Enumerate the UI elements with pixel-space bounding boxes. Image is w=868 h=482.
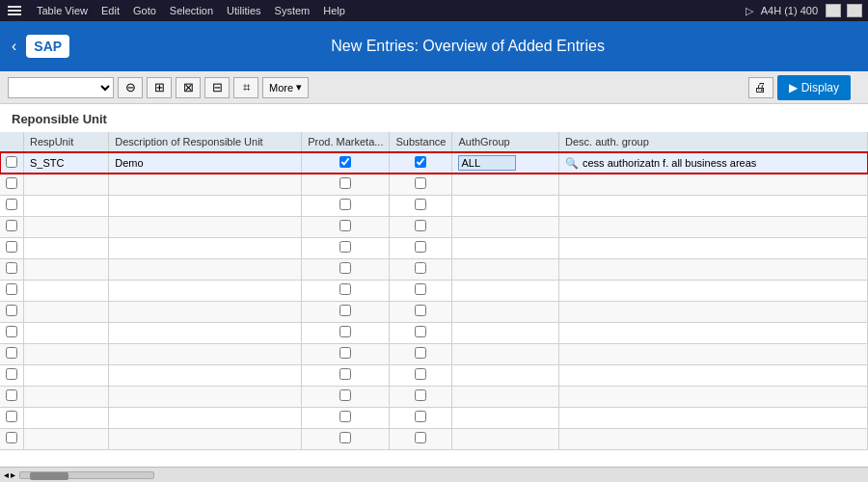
cell-desc-auth-group bbox=[558, 364, 867, 386]
row-checkbox[interactable] bbox=[6, 177, 17, 189]
menu-utilities[interactable]: Utilities bbox=[227, 5, 260, 16]
table-row[interactable] bbox=[0, 428, 868, 449]
toolbar-dropdown[interactable] bbox=[8, 77, 114, 98]
row-checkbox[interactable] bbox=[6, 432, 17, 443]
row-checkbox[interactable] bbox=[6, 220, 17, 231]
menu-table[interactable]: Table View bbox=[37, 5, 88, 16]
cell-resp-unit bbox=[24, 258, 109, 280]
cell-prod-marketa[interactable] bbox=[302, 216, 390, 237]
row-checkbox[interactable] bbox=[6, 305, 17, 316]
print-button[interactable]: 🖨 bbox=[748, 77, 773, 98]
horizontal-scrollbar[interactable] bbox=[19, 471, 154, 479]
table-row[interactable] bbox=[0, 258, 868, 280]
table-row[interactable]: S_STCDemo🔍cess authorizatn f. all busine… bbox=[0, 152, 868, 174]
cell-description bbox=[109, 195, 302, 216]
display-button[interactable]: ▶ Display bbox=[777, 75, 851, 100]
row-checkbox[interactable] bbox=[6, 262, 17, 274]
row-checkbox[interactable] bbox=[6, 347, 17, 359]
cell-resp-unit bbox=[24, 216, 109, 237]
row-checkbox[interactable] bbox=[6, 199, 17, 210]
toolbar: ⊖ ⊞ ⊠ ⊟ ⌗ More ▾ 🖨 ▶ Display bbox=[0, 71, 868, 104]
row-checkbox[interactable] bbox=[6, 156, 17, 168]
cell-substance[interactable] bbox=[390, 195, 452, 216]
menu-selection[interactable]: Selection bbox=[170, 5, 213, 16]
toolbar-filter-btn[interactable]: ⌗ bbox=[233, 77, 258, 98]
row-checkbox[interactable] bbox=[6, 283, 17, 295]
cell-description bbox=[109, 407, 302, 428]
cell-prod-marketa[interactable] bbox=[302, 343, 390, 364]
cell-substance[interactable] bbox=[390, 174, 452, 195]
toolbar-minus-btn[interactable]: ⊖ bbox=[118, 77, 143, 98]
cell-substance[interactable] bbox=[390, 428, 452, 449]
cell-prod-marketa[interactable] bbox=[302, 237, 390, 258]
table-row[interactable] bbox=[0, 237, 868, 258]
hamburger-menu[interactable] bbox=[6, 4, 23, 17]
table-row[interactable] bbox=[0, 280, 868, 301]
server-info: ▷ bbox=[746, 5, 753, 17]
cell-prod-marketa[interactable] bbox=[302, 301, 390, 322]
row-checkbox[interactable] bbox=[6, 241, 17, 253]
cell-prod-marketa[interactable] bbox=[302, 364, 390, 386]
cell-prod-marketa[interactable] bbox=[302, 195, 390, 216]
cell-desc-auth-group: 🔍cess authorizatn f. all business areas bbox=[558, 152, 867, 174]
menu-right: ▷ A4H (1) 400 □ _ bbox=[746, 4, 862, 17]
cell-prod-marketa[interactable] bbox=[302, 174, 390, 195]
scroll-left-icon[interactable]: ◂ bbox=[4, 469, 9, 480]
table-row[interactable] bbox=[0, 386, 868, 407]
table-row[interactable] bbox=[0, 407, 868, 428]
cell-prod-marketa[interactable] bbox=[302, 280, 390, 301]
cell-auth-group bbox=[452, 301, 559, 322]
cell-prod-marketa[interactable] bbox=[302, 322, 390, 343]
table-row[interactable] bbox=[0, 174, 868, 195]
menu-edit[interactable]: Edit bbox=[101, 5, 120, 16]
cell-substance[interactable] bbox=[390, 364, 452, 386]
window-resize-btn[interactable]: □ bbox=[826, 4, 841, 17]
cell-prod-marketa[interactable] bbox=[302, 407, 390, 428]
toolbar-grid-btn[interactable]: ⊞ bbox=[147, 77, 172, 98]
menu-help[interactable]: Help bbox=[323, 5, 345, 16]
table-row[interactable] bbox=[0, 364, 868, 386]
toolbar-settings-btn[interactable]: ⊟ bbox=[204, 77, 230, 98]
toolbar-columns-btn[interactable]: ⊠ bbox=[176, 77, 201, 98]
cell-substance[interactable] bbox=[390, 152, 452, 174]
window-min-btn[interactable]: _ bbox=[847, 4, 862, 17]
search-icon[interactable]: 🔍 bbox=[565, 157, 579, 169]
menu-system[interactable]: System bbox=[275, 5, 311, 16]
table-row[interactable] bbox=[0, 343, 868, 364]
cell-substance[interactable] bbox=[390, 258, 452, 280]
cell-substance[interactable] bbox=[390, 322, 452, 343]
table-container[interactable]: RespUnit Description of Responsible Unit… bbox=[0, 132, 868, 458]
table-row[interactable] bbox=[0, 301, 868, 322]
more-button[interactable]: More ▾ bbox=[262, 77, 309, 98]
cell-prod-marketa[interactable] bbox=[302, 258, 390, 280]
cell-substance[interactable] bbox=[390, 280, 452, 301]
menu-goto[interactable]: Goto bbox=[133, 5, 156, 16]
main-table: RespUnit Description of Responsible Unit… bbox=[0, 132, 868, 450]
row-checkbox[interactable] bbox=[6, 411, 17, 422]
cell-substance[interactable] bbox=[390, 386, 452, 407]
cell-substance[interactable] bbox=[390, 407, 452, 428]
cell-prod-marketa[interactable] bbox=[302, 152, 390, 174]
cell-auth-group[interactable] bbox=[452, 152, 559, 174]
cell-desc-auth-group bbox=[558, 428, 867, 449]
cell-prod-marketa[interactable] bbox=[302, 386, 390, 407]
cell-substance[interactable] bbox=[390, 301, 452, 322]
table-row[interactable] bbox=[0, 216, 868, 237]
row-checkbox[interactable] bbox=[6, 389, 17, 401]
cell-substance[interactable] bbox=[390, 343, 452, 364]
content-area: Reponsible Unit RespUnit Description of … bbox=[0, 104, 868, 467]
cell-auth-group bbox=[452, 407, 559, 428]
scroll-right-icon[interactable]: ▸ bbox=[11, 469, 15, 480]
cell-description bbox=[109, 174, 302, 195]
back-button[interactable]: ‹ bbox=[12, 38, 16, 55]
row-checkbox[interactable] bbox=[6, 326, 17, 337]
row-checkbox[interactable] bbox=[6, 368, 17, 380]
cell-desc-auth-group bbox=[558, 237, 867, 258]
col-resp-unit: RespUnit bbox=[24, 132, 109, 152]
cell-substance[interactable] bbox=[390, 216, 452, 237]
table-row[interactable] bbox=[0, 195, 868, 216]
cell-prod-marketa[interactable] bbox=[302, 428, 390, 449]
table-row[interactable] bbox=[0, 322, 868, 343]
auth-group-input[interactable] bbox=[458, 155, 516, 171]
cell-substance[interactable] bbox=[390, 237, 452, 258]
